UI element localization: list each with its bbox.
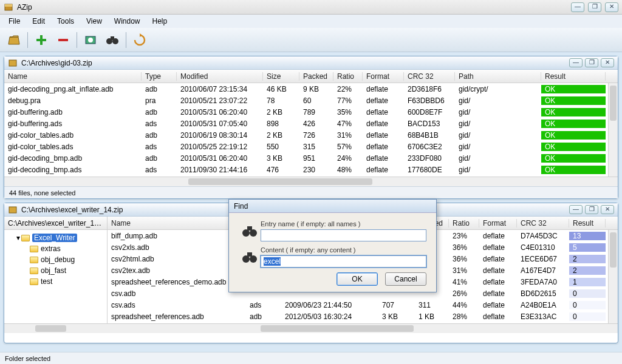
entry-name-input[interactable] bbox=[261, 229, 426, 241]
column-header[interactable]: Modified bbox=[177, 72, 263, 81]
close-button[interactable]: ✕ bbox=[605, 2, 618, 12]
minimize-button[interactable]: — bbox=[571, 2, 584, 12]
cell-name: debug.pra bbox=[4, 96, 142, 105]
child-titlebar[interactable]: C:\Archives\gid-03.zip — ❐ ✕ bbox=[4, 56, 618, 70]
folder-tree[interactable]: ▾Excel_Writerextrasobj_debugobj_fasttest bbox=[4, 230, 107, 289]
vertical-scrollbar[interactable] bbox=[608, 83, 618, 177]
table-row[interactable]: gid-color_tables.adbadb2010/06/19 08:30:… bbox=[4, 129, 618, 141]
vertical-scrollbar[interactable] bbox=[608, 230, 618, 323]
plus-icon[interactable] bbox=[31, 31, 52, 49]
cell-path: gid/ bbox=[455, 166, 541, 174]
child-minimize-button[interactable]: — bbox=[569, 205, 583, 214]
cell-result: 0 bbox=[569, 289, 606, 298]
refresh-icon[interactable] bbox=[129, 31, 150, 49]
tree-pane: C:\Archives\excel_writer_1… ▾Excel_Write… bbox=[4, 217, 108, 323]
cell-result: OK bbox=[541, 108, 606, 116]
table-row[interactable]: gid-buffering.adsads2010/05/31 07:05:408… bbox=[4, 118, 618, 129]
cell-crc: A167E4D7 bbox=[517, 266, 569, 275]
cell-size: 3 KB bbox=[263, 154, 299, 163]
folder-icon bbox=[21, 235, 30, 241]
find-dialog: Find Entry name ( if empty: all names ) … bbox=[228, 199, 437, 292]
open-archive-icon[interactable] bbox=[4, 31, 24, 49]
status-text: Folder selected bbox=[5, 355, 50, 362]
cell-ratio: 57% bbox=[333, 143, 363, 151]
table-row[interactable]: gid-buffering.adbadb2010/05/31 06:20:402… bbox=[4, 106, 618, 118]
table-row[interactable]: gid-decoding_png.alt_inflate.adbadb2010/… bbox=[4, 83, 618, 95]
cell-name: spreadsheet_references_demo.adb bbox=[108, 278, 246, 286]
cell-crc: C4E01310 bbox=[517, 243, 569, 252]
table-row[interactable]: gid-color_tables.adsads2010/05/25 22:19:… bbox=[4, 141, 618, 152]
child-statusbar: 44 files, none selected bbox=[4, 186, 618, 198]
ok-button[interactable]: OK bbox=[337, 272, 378, 286]
cell-mod: 2009/06/23 21:44:50 bbox=[281, 301, 378, 309]
column-header[interactable]: Packed bbox=[299, 72, 333, 81]
menu-edit[interactable]: Edit bbox=[26, 16, 51, 27]
child-minimize-button[interactable]: — bbox=[569, 58, 583, 67]
tree-item[interactable]: ▾Excel_Writer bbox=[7, 232, 104, 243]
tree-scrollbar[interactable] bbox=[4, 323, 108, 333]
cancel-button[interactable]: Cancel bbox=[385, 272, 426, 286]
menu-window[interactable]: Window bbox=[108, 16, 146, 27]
tree-header[interactable]: C:\Archives\excel_writer_1… bbox=[4, 217, 107, 230]
svg-rect-17 bbox=[247, 226, 252, 231]
horizontal-scrollbar[interactable] bbox=[4, 177, 618, 186]
cell-result: OK bbox=[541, 154, 606, 163]
column-header[interactable]: Result bbox=[569, 219, 606, 228]
cell-mod: 2010/06/07 23:15:34 bbox=[177, 85, 263, 93]
table-row[interactable]: gid-decoding_bmp.adbadb2010/05/31 06:20:… bbox=[4, 152, 618, 164]
cell-packed: 230 bbox=[299, 166, 333, 174]
cell-size: 2 KB bbox=[263, 131, 299, 140]
column-header[interactable]: CRC 32 bbox=[517, 219, 569, 228]
column-header[interactable]: CRC 32 bbox=[404, 72, 455, 81]
content-input[interactable] bbox=[261, 255, 426, 268]
tree-item[interactable]: extras bbox=[7, 243, 104, 254]
column-header[interactable]: Format bbox=[479, 219, 517, 228]
child-close-button[interactable]: ✕ bbox=[601, 58, 614, 67]
dialog-titlebar[interactable]: Find bbox=[229, 200, 436, 213]
cell-size: 898 bbox=[263, 120, 299, 128]
column-header[interactable]: Ratio bbox=[333, 72, 363, 81]
tree-item[interactable]: obj_fast bbox=[7, 265, 104, 276]
child-title-text: C:\Archives\gid-03.zip bbox=[21, 59, 569, 67]
column-header[interactable]: Name bbox=[108, 219, 246, 228]
binoculars-icon bbox=[239, 251, 261, 264]
tree-item[interactable]: obj_debug bbox=[7, 254, 104, 265]
menu-file[interactable]: File bbox=[2, 16, 26, 27]
cell-type: adb bbox=[142, 154, 177, 163]
cell-path: gid/ bbox=[455, 108, 541, 116]
child-close-button[interactable]: ✕ bbox=[601, 205, 614, 214]
cell-size: 476 bbox=[263, 166, 299, 174]
child-maximize-button[interactable]: ❐ bbox=[585, 205, 598, 214]
cell-path: gid/ bbox=[455, 96, 541, 105]
collapse-icon[interactable]: ▾ bbox=[15, 234, 21, 242]
tree-item[interactable]: test bbox=[7, 276, 104, 287]
column-header[interactable]: Format bbox=[363, 72, 404, 81]
menu-view[interactable]: View bbox=[80, 16, 108, 27]
test-icon[interactable] bbox=[80, 31, 101, 49]
grid-body[interactable]: gid-decoding_png.alt_inflate.adbadb2010/… bbox=[4, 83, 618, 177]
maximize-button[interactable]: ❐ bbox=[588, 2, 601, 12]
cell-type: adb bbox=[246, 312, 281, 321]
column-header[interactable]: Ratio bbox=[449, 219, 479, 228]
minus-icon[interactable] bbox=[53, 31, 73, 49]
child-maximize-button[interactable]: ❐ bbox=[585, 58, 598, 67]
horizontal-scrollbar[interactable] bbox=[108, 323, 618, 333]
table-row[interactable]: csv.adsads2009/06/23 21:44:5070731144%de… bbox=[108, 299, 618, 311]
column-header[interactable]: Result bbox=[541, 72, 606, 81]
cell-crc: 600D8E7F bbox=[404, 108, 455, 116]
binoculars-icon[interactable] bbox=[102, 31, 123, 49]
column-header[interactable]: Path bbox=[455, 72, 541, 81]
cell-ratio: 24% bbox=[333, 154, 363, 163]
table-row[interactable]: gid-decoding_bmp.adsads2011/09/30 21:44:… bbox=[4, 164, 618, 175]
cell-name: spreadsheet_references.adb bbox=[108, 312, 246, 321]
column-header[interactable]: Type bbox=[142, 72, 177, 81]
column-header[interactable]: Size bbox=[263, 72, 299, 81]
grid-header[interactable]: NameTypeModifiedSizePackedRatioFormatCRC… bbox=[4, 70, 618, 83]
column-header[interactable]: Name bbox=[4, 72, 142, 81]
menu-tools[interactable]: Tools bbox=[51, 16, 80, 27]
tree-item-label: test bbox=[41, 277, 52, 286]
table-row[interactable]: spreadsheet_references.adbadb2012/05/03 … bbox=[108, 311, 618, 322]
dialog-title-text: Find bbox=[234, 202, 248, 211]
table-row[interactable]: debug.prapra2010/05/21 23:07:22786077%de… bbox=[4, 95, 618, 106]
menu-help[interactable]: Help bbox=[146, 16, 174, 27]
